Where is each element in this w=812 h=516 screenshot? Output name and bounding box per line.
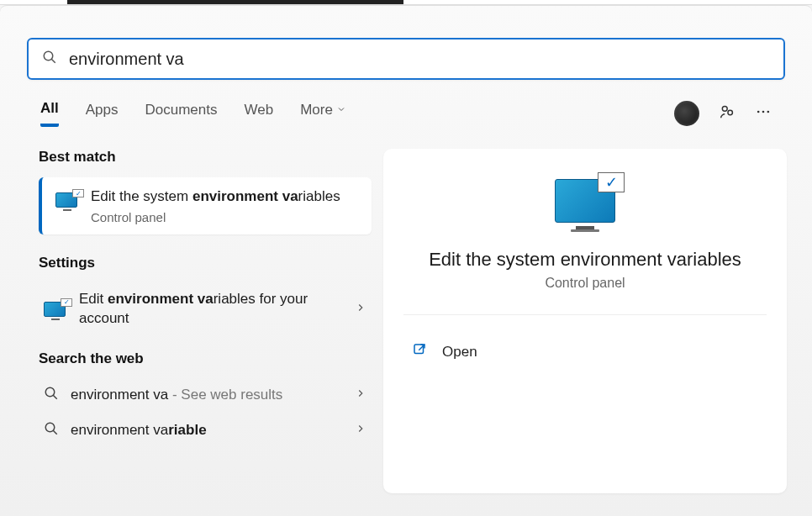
system-settings-icon-large: ✓ [551, 179, 620, 232]
search-panel: All Apps Documents Web More Best match [0, 5, 812, 516]
preview-icon-wrap: ✓ [403, 179, 767, 232]
wi1-text: environment va [71, 387, 168, 403]
best-match-text: Edit the system environment variables Co… [91, 187, 358, 224]
results-column: Best match ✓ Edit the system environment… [39, 149, 372, 493]
system-settings-icon: ✓ [55, 192, 79, 213]
preview-pane: ✓ Edit the system environment variables … [383, 149, 787, 493]
best-match-subtitle: Control panel [91, 210, 358, 224]
search-input[interactable] [69, 50, 770, 69]
search-icon [44, 386, 59, 404]
chevron-right-icon [355, 302, 366, 317]
tab-web[interactable]: Web [244, 102, 273, 125]
wi2-bold: riable [168, 422, 206, 438]
chat-icon[interactable] [718, 103, 736, 124]
more-icon[interactable] [755, 103, 772, 124]
search-container [0, 6, 812, 80]
svg-point-5 [762, 111, 765, 113]
web-result-1[interactable]: environment va - See web results [39, 377, 372, 413]
svg-rect-11 [414, 345, 424, 354]
svg-point-9 [45, 423, 55, 432]
si-bold: environment va [108, 291, 214, 307]
web-item-label: environment variable [71, 422, 343, 439]
divider [403, 314, 767, 315]
svg-line-1 [51, 59, 55, 63]
settings-result[interactable]: ✓ Edit environment variables for your ac… [39, 282, 372, 337]
si-prefix: Edit [79, 291, 108, 307]
wi1-suffix: - See web results [168, 387, 282, 403]
svg-point-4 [757, 111, 760, 113]
svg-point-3 [728, 110, 733, 115]
search-box[interactable] [27, 38, 785, 80]
bm-suffix: riables [298, 188, 340, 204]
chevron-down-icon [336, 102, 346, 118]
search-icon [42, 50, 57, 68]
svg-point-6 [767, 111, 770, 113]
system-settings-icon: ✓ [44, 302, 67, 322]
chevron-right-icon [355, 423, 366, 438]
preview-subtitle: Control panel [403, 276, 767, 291]
open-label: Open [442, 344, 477, 361]
search-icon [44, 421, 59, 440]
open-icon [412, 342, 427, 361]
bm-prefix: Edit the system [91, 188, 192, 204]
preview-title: Edit the system environment variables [403, 249, 767, 271]
bm-bold: environment va [192, 188, 298, 204]
best-match-title: Edit the system environment variables [91, 187, 358, 207]
search-web-heading: Search the web [39, 350, 372, 367]
svg-point-7 [45, 387, 55, 397]
web-result-2[interactable]: environment variable [39, 413, 372, 448]
svg-point-2 [722, 106, 727, 111]
tab-more[interactable]: More [300, 102, 346, 125]
tab-more-label: More [300, 102, 333, 118]
settings-heading: Settings [39, 255, 372, 271]
best-match-heading: Best match [39, 149, 372, 166]
top-right-controls [674, 101, 772, 126]
tab-all[interactable]: All [40, 100, 59, 127]
wi2-prefix: environment va [71, 422, 168, 438]
svg-line-8 [53, 395, 57, 399]
settings-item-label: Edit environment variables for your acco… [79, 290, 343, 329]
tab-documents[interactable]: Documents [145, 102, 217, 125]
best-match-result[interactable]: ✓ Edit the system environment variables … [39, 177, 372, 234]
svg-point-0 [44, 51, 53, 61]
content-area: Best match ✓ Edit the system environment… [0, 127, 812, 493]
chevron-right-icon [355, 387, 366, 403]
user-avatar[interactable] [674, 101, 699, 126]
tabs-row: All Apps Documents Web More [0, 80, 812, 127]
open-action[interactable]: Open [403, 337, 767, 366]
web-item-label: environment va - See web results [71, 387, 343, 403]
tab-apps[interactable]: Apps [86, 102, 119, 125]
svg-line-10 [53, 430, 57, 434]
